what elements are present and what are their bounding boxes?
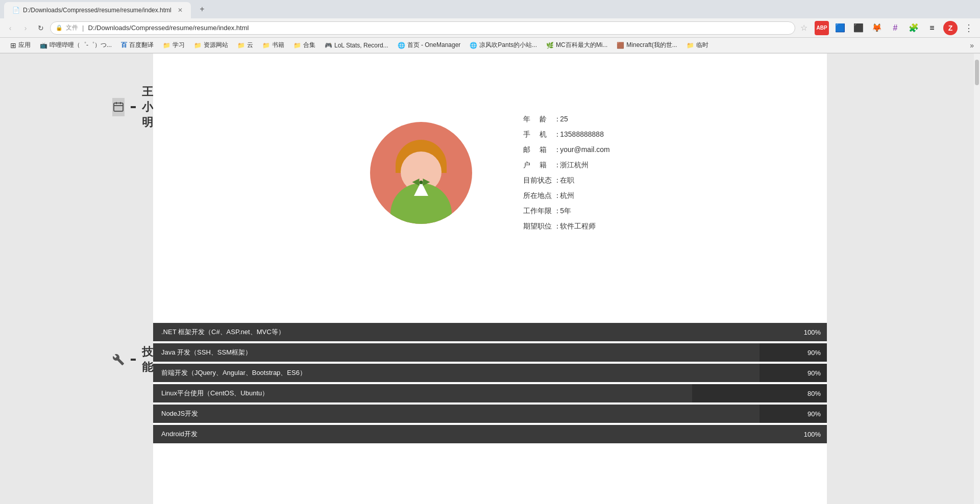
age-label: 年 龄 xyxy=(523,115,552,124)
bookmark-translate[interactable]: 百 百度翻译 xyxy=(117,39,158,51)
status-value: 在职 xyxy=(560,176,609,185)
user-avatar-button[interactable]: Z xyxy=(943,21,958,35)
back-button[interactable]: ‹ xyxy=(4,22,16,34)
main-content-area: 年 龄 ： 25 手 机 ： 13588888888 邮 箱 ： your@ma… xyxy=(153,54,827,504)
skills-section-icon xyxy=(112,350,125,369)
skill-fill-6: Android开发 xyxy=(153,425,827,443)
bookmark-books-label: 书籍 xyxy=(272,41,284,49)
active-tab[interactable]: 📄 D:/Downloads/Compressed/resume/resume/… xyxy=(4,2,191,18)
page-content: 王小明 技能 xyxy=(0,54,980,504)
skill-label-4: Linux平台使用（CentOS、Ubuntu） xyxy=(161,389,268,398)
resume-name: 王小明 xyxy=(142,84,153,130)
bookmark-onemanager[interactable]: 🌐 首页 - OneManager xyxy=(394,39,465,51)
bookmark-collection[interactable]: 📁 合集 xyxy=(289,39,320,51)
tab-close-button[interactable]: ✕ xyxy=(178,7,183,14)
skill-fill-1: .NET 框架开发（C#、ASP.net、MVC等） xyxy=(153,323,827,341)
bookmarks-more-button[interactable]: » xyxy=(970,41,974,49)
skills-bars: .NET 框架开发（C#、ASP.net、MVC等） 100% Java 开发（… xyxy=(153,323,827,443)
study-folder-icon: 📁 xyxy=(163,42,170,49)
bookmark-lol-label: LoL Stats, Record... xyxy=(334,42,388,49)
profile-section: 年 龄 ： 25 手 机 ： 13588888888 邮 箱 ： your@ma… xyxy=(153,94,827,251)
bookmark-apps[interactable]: ⊞ 应用 xyxy=(6,39,35,51)
minecraft-icon: 🟫 xyxy=(617,42,624,49)
right-margin xyxy=(827,54,980,504)
mcbk-icon: 🌿 xyxy=(546,42,554,49)
chrome-menu-button[interactable]: ⋮ xyxy=(962,21,976,35)
bookmark-mcbk-label: MC百科最大的Mi... xyxy=(556,41,607,49)
bookmark-temp[interactable]: 📁 临时 xyxy=(682,39,713,51)
forward-button[interactable]: › xyxy=(19,22,32,34)
cloud-folder-icon: 📁 xyxy=(237,42,245,49)
skill-percent-5: 90% xyxy=(807,410,821,418)
bookmark-study[interactable]: 📁 学习 xyxy=(159,39,189,51)
browser-chrome: 📄 D:/Downloads/Compressed/resume/resume/… xyxy=(0,0,980,54)
status-colon: ： xyxy=(554,176,558,185)
skill-percent-6: 100% xyxy=(804,431,821,438)
tab-title: D:/Downloads/Compressed/resume/resume/in… xyxy=(23,7,172,14)
url-prefix: 文件 xyxy=(66,23,78,32)
skill-bar-4: Linux平台使用（CentOS、Ubuntu） 80% xyxy=(153,384,827,402)
extension-btn-5[interactable]: 🧩 xyxy=(906,21,921,35)
hometown-value: 浙江杭州 xyxy=(560,161,609,170)
bookmark-bilibili-label: 哔哩哔哩（゜-゜）つ... xyxy=(50,41,112,49)
bookmark-minecraft[interactable]: 🟫 Minecraft(我的世... xyxy=(612,39,681,51)
bookmark-apps-label: 应用 xyxy=(18,41,31,49)
skills-section-line xyxy=(131,359,136,361)
new-tab-button[interactable]: + xyxy=(195,2,209,16)
bookmark-star-icon[interactable]: ☆ xyxy=(800,23,807,33)
bookmark-collection-label: 合集 xyxy=(303,41,315,49)
top-spacer xyxy=(153,54,827,94)
experience-colon: ： xyxy=(554,207,558,216)
extension-btn-6[interactable]: ≡ xyxy=(925,21,939,35)
skill-percent-2: 90% xyxy=(807,349,821,357)
avatar xyxy=(370,122,472,224)
liangfeng-icon: 🌐 xyxy=(470,42,477,49)
position-colon: ： xyxy=(554,222,558,231)
bookmark-mcbk[interactable]: 🌿 MC百科最大的Mi... xyxy=(542,39,611,51)
skill-bar-1: .NET 框架开发（C#、ASP.net、MVC等） 100% xyxy=(153,323,827,341)
age-colon: ： xyxy=(554,115,558,124)
scrollbar[interactable] xyxy=(974,54,980,504)
skill-label-2: Java 开发（SSH、SSM框架） xyxy=(161,348,252,357)
skill-percent-4: 80% xyxy=(807,390,821,397)
name-section-line xyxy=(131,106,136,108)
email-label: 邮 箱 xyxy=(523,145,552,155)
bookmark-resources[interactable]: 📁 资源网站 xyxy=(190,39,232,51)
reload-button[interactable]: ↻ xyxy=(35,22,47,34)
skill-bar-3: 前端开发（JQuery、Angular、Bootstrap、ES6） 90% xyxy=(153,364,827,382)
url-separator: | xyxy=(82,24,84,32)
bowtie-left xyxy=(412,179,420,186)
extension-btn-3[interactable]: 🦊 xyxy=(870,21,884,35)
abp-extension-button[interactable]: ABP xyxy=(815,21,829,35)
resources-folder-icon: 📁 xyxy=(194,42,202,49)
experience-value: 5年 xyxy=(560,207,609,216)
phone-colon: ： xyxy=(554,130,558,139)
bookmark-books[interactable]: 📁 书籍 xyxy=(258,39,288,51)
skill-bar-5: NodeJS开发 90% xyxy=(153,405,827,423)
bookmark-lol[interactable]: 🎮 LoL Stats, Record... xyxy=(321,40,393,51)
extension-btn-4[interactable]: # xyxy=(888,21,902,35)
bookmark-bilibili[interactable]: 📺 哔哩哔哩（゜-゜）つ... xyxy=(36,39,116,51)
extension-btn-1[interactable]: 🟦 xyxy=(833,21,847,35)
skill-label-6: Android开发 xyxy=(161,430,198,439)
scrollbar-thumb[interactable] xyxy=(975,60,979,85)
bookmark-liangfeng-label: 凉风吹Pants的小站... xyxy=(479,41,537,49)
tab-bar: 📄 D:/Downloads/Compressed/resume/resume/… xyxy=(0,0,980,18)
bowtie-center xyxy=(420,181,423,184)
onemanager-icon: 🌐 xyxy=(398,42,405,49)
skill-percent-1: 100% xyxy=(804,329,821,336)
skill-fill-3: 前端开发（JQuery、Angular、Bootstrap、ES6） xyxy=(153,364,760,382)
location-colon: ： xyxy=(554,191,558,200)
translate-icon: 百 xyxy=(121,41,127,49)
bookmarks-bar: ⊞ 应用 📺 哔哩哔哩（゜-゜）つ... 百 百度翻译 📁 学习 📁 资源网站 … xyxy=(0,38,980,53)
bookmark-cloud[interactable]: 📁 云 xyxy=(233,39,257,51)
skills-title: 技能 xyxy=(142,344,153,375)
url-text: D:/Downloads/Compressed/resume/resume/in… xyxy=(88,24,249,32)
avatar-bowtie xyxy=(412,179,430,186)
address-bar[interactable]: 🔒 文件 | D:/Downloads/Compressed/resume/re… xyxy=(50,21,795,35)
bookmark-liangfeng[interactable]: 🌐 凉风吹Pants的小站... xyxy=(465,39,541,51)
location-value: 杭州 xyxy=(560,191,609,200)
bookmark-minecraft-label: Minecraft(我的世... xyxy=(626,41,677,49)
temp-folder-icon: 📁 xyxy=(687,42,694,49)
extension-btn-2[interactable]: ⬛ xyxy=(851,21,866,35)
